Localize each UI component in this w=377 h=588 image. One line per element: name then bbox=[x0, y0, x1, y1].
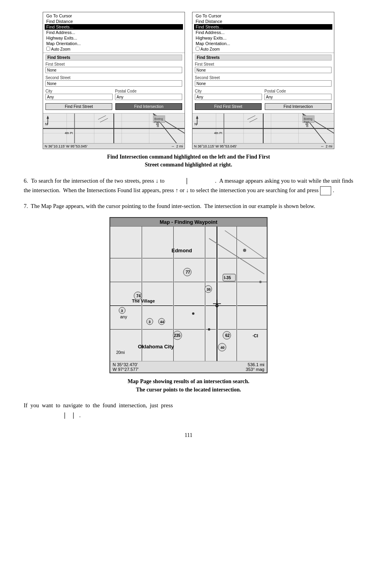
svg-text:74: 74 bbox=[136, 294, 141, 298]
svg-text:Park: Park bbox=[154, 121, 160, 123]
right-city-col: City bbox=[195, 87, 262, 101]
right-menu-find-streets[interactable]: Find Streets... bbox=[194, 24, 332, 30]
left-panel-menu: Go To Cursor Find Distance Find Streets.… bbox=[43, 12, 185, 53]
big-map-status-right: 536.1 mi 353° mag bbox=[246, 362, 264, 372]
left-postal-label: Postal Code bbox=[115, 89, 182, 93]
right-city-input[interactable] bbox=[195, 94, 262, 100]
right-menu-map-orientation[interactable]: Map Orientation... bbox=[194, 41, 332, 46]
right-first-street-input[interactable] bbox=[195, 67, 332, 73]
big-map-coord-n: N 35°32.470' bbox=[113, 362, 139, 367]
svg-marker-38 bbox=[196, 115, 198, 119]
svg-line-17 bbox=[98, 115, 106, 119]
left-map-coords: N 36°10.115' W 95°53.045' bbox=[45, 144, 171, 148]
svg-text:Park: Park bbox=[303, 121, 309, 123]
svg-text:35: 35 bbox=[207, 287, 211, 291]
right-panel: Go To Cursor Find Distance Find Streets.… bbox=[192, 12, 334, 149]
left-postal-col: Postal Code bbox=[115, 87, 182, 101]
svg-line-39 bbox=[247, 115, 255, 119]
svg-text:·CI: ·CI bbox=[253, 333, 258, 338]
right-menu-goto-cursor[interactable]: Go To Cursor bbox=[194, 13, 332, 19]
svg-text:Boeing: Boeing bbox=[154, 117, 163, 121]
svg-text:any: any bbox=[120, 314, 127, 319]
right-postal-label: Postal Code bbox=[264, 89, 332, 93]
svg-text:40: 40 bbox=[221, 346, 224, 350]
svg-line-40 bbox=[249, 118, 257, 122]
left-menu-find-streets[interactable]: Find Streets... bbox=[45, 24, 183, 30]
svg-text:N: N bbox=[194, 122, 197, 126]
left-city-input[interactable] bbox=[45, 94, 113, 100]
left-menu-goto-cursor[interactable]: Go To Cursor bbox=[45, 13, 183, 19]
right-map-scale: 2 mi bbox=[326, 144, 332, 148]
svg-text:Edmond: Edmond bbox=[172, 248, 192, 253]
left-section-label: Find Streets bbox=[45, 55, 182, 61]
figure-caption: Find Intersection command highlighted on… bbox=[24, 153, 353, 168]
big-map-distance: 536.1 mi bbox=[246, 362, 264, 367]
svg-point-97 bbox=[259, 281, 262, 283]
left-panel: Go To Cursor Find Distance Find Streets.… bbox=[43, 12, 185, 149]
svg-text:The Village: The Village bbox=[132, 299, 155, 303]
right-first-street-label: First Street bbox=[195, 62, 332, 66]
left-postal-input[interactable] bbox=[115, 94, 182, 100]
right-postal-input[interactable] bbox=[264, 94, 332, 100]
right-find-intersection-button[interactable]: Find Intersection bbox=[265, 103, 332, 110]
left-menu-find-address[interactable]: Find Address... bbox=[45, 30, 183, 35]
svg-text:I-35: I-35 bbox=[224, 276, 231, 280]
svg-text:62: 62 bbox=[225, 333, 230, 338]
left-mini-map: Mingo 4th Pl N Boeing Park N 36°10.115' … bbox=[43, 113, 185, 149]
left-find-first-street-button[interactable]: Find First Street bbox=[45, 103, 112, 110]
paragraph-7: 7. The Map Page appears, with the cursor… bbox=[24, 202, 353, 211]
right-menu-highway-exits[interactable]: Highway Exits... bbox=[194, 35, 332, 41]
svg-rect-44 bbox=[110, 227, 267, 361]
svg-text:Oklahoma City: Oklahoma City bbox=[138, 344, 174, 350]
left-find-intersection-button[interactable]: Find Intersection bbox=[115, 103, 182, 110]
key-pipe-1: | bbox=[186, 177, 188, 184]
left-map-arrow: ↔ bbox=[171, 144, 175, 148]
left-first-street-input[interactable] bbox=[45, 67, 182, 73]
svg-text:44: 44 bbox=[160, 320, 164, 324]
big-map-body: Edmond 77 74 I-35 35 The Village 3 a bbox=[110, 227, 267, 361]
right-mini-map: Mingo 4th Pl N Boeing Park N 36°10.115' … bbox=[192, 113, 334, 149]
right-find-first-street-button[interactable]: Find First Street bbox=[195, 103, 262, 110]
svg-text:N: N bbox=[45, 122, 47, 126]
right-panel-buttons: Find First Street Find Intersection bbox=[195, 103, 332, 110]
svg-text:3: 3 bbox=[121, 309, 123, 313]
svg-text:235: 235 bbox=[174, 333, 181, 338]
final-paragraph: If you want to navigate to the found int… bbox=[24, 401, 353, 420]
svg-text:4th Pl: 4th Pl bbox=[214, 131, 222, 135]
right-menu-auto-zoom[interactable]: Auto Zoom bbox=[194, 46, 332, 52]
left-second-street-label: Second Street bbox=[45, 76, 182, 80]
figures-row: Go To Cursor Find Distance Find Streets.… bbox=[24, 12, 353, 149]
right-city-label: City bbox=[195, 89, 262, 93]
big-map-container: Map - Finding Waypoint bbox=[24, 217, 353, 373]
left-menu-auto-zoom[interactable]: Auto Zoom bbox=[45, 46, 183, 52]
big-map-status: N 35°32.470' W 97°27.577' 536.1 mi 353° … bbox=[110, 361, 267, 372]
right-map-statusbar: N 36°10.115' W 95°53.045' ↔ 2 mi bbox=[192, 143, 334, 149]
big-map-coord-w: W 97°27.577' bbox=[113, 367, 139, 372]
svg-text:20mi: 20mi bbox=[116, 350, 125, 355]
left-map-statusbar: N 36°10.115' W 95°53.045' ↔ 2 mi bbox=[43, 143, 185, 149]
left-menu-highway-exits[interactable]: Highway Exits... bbox=[45, 35, 183, 41]
left-menu-map-orientation[interactable]: Map Orientation... bbox=[45, 41, 183, 46]
left-first-street-label: First Street bbox=[45, 62, 182, 66]
big-map-title: Map - Finding Waypoint bbox=[110, 218, 267, 227]
big-map-bearing: 353° mag bbox=[246, 367, 264, 372]
right-panel-menu: Go To Cursor Find Distance Find Streets.… bbox=[192, 12, 334, 53]
map-caption: Map Page showing results of an intersect… bbox=[24, 377, 353, 394]
svg-point-95 bbox=[208, 328, 210, 331]
right-map-arrow: ↔ bbox=[320, 144, 324, 148]
svg-line-18 bbox=[100, 118, 108, 122]
svg-marker-16 bbox=[47, 115, 49, 119]
left-map-scale: 2 mi bbox=[176, 144, 183, 148]
right-menu-find-distance[interactable]: Find Distance bbox=[194, 19, 332, 24]
left-city-label: City bbox=[45, 89, 113, 93]
left-panel-buttons: Find First Street Find Intersection bbox=[45, 103, 182, 110]
right-second-street-input[interactable] bbox=[195, 80, 332, 87]
left-second-street-input[interactable] bbox=[45, 80, 182, 87]
page-number: 111 bbox=[24, 432, 353, 439]
right-city-postal-row: City Postal Code bbox=[195, 87, 332, 101]
right-menu-find-address[interactable]: Find Address... bbox=[194, 30, 332, 35]
key-pipe-2: | bbox=[64, 412, 66, 418]
left-menu-find-distance[interactable]: Find Distance bbox=[45, 19, 183, 24]
right-panel-form: Find Streets First Street Second Street … bbox=[192, 53, 334, 113]
left-city-col: City bbox=[45, 87, 113, 101]
